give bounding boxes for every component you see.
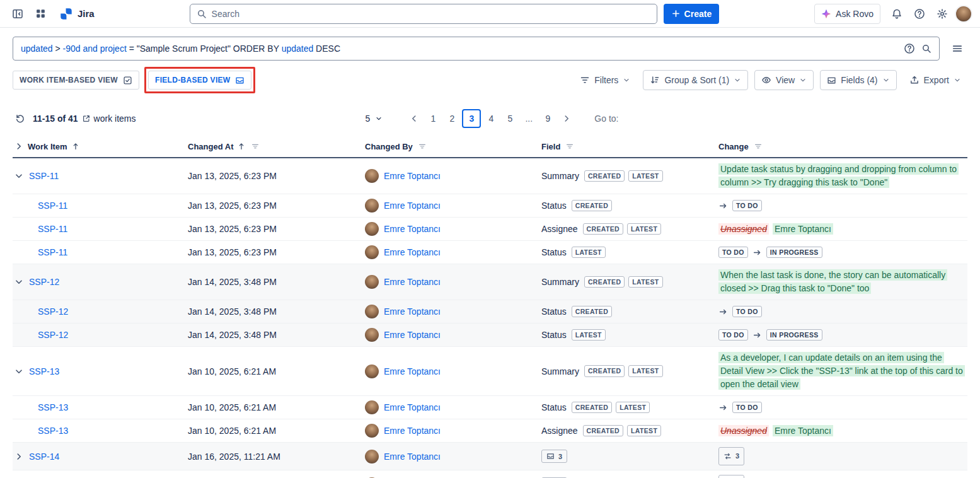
ask-rovo-button[interactable]: Ask Rovo (814, 4, 880, 24)
column-header-field[interactable]: Field (541, 141, 718, 151)
page-1-button[interactable]: 1 (424, 109, 442, 128)
profile-button[interactable] (955, 5, 972, 23)
expand-row-icon[interactable] (14, 452, 24, 462)
sidebar-toggle-button[interactable] (8, 4, 28, 24)
changed-by-link[interactable]: Emre Toptancı (384, 366, 441, 376)
column-header-change[interactable]: Change (718, 141, 967, 151)
sort-asc-icon[interactable] (237, 142, 246, 151)
changed-by-link[interactable]: Emre Toptancı (384, 224, 441, 234)
work-item-link[interactable]: SSP-11 (38, 224, 67, 234)
history-table: Work Item Changed At Changed By Field Ch… (13, 139, 967, 478)
work-item-link[interactable]: SSP-14 (29, 452, 59, 462)
work-item-link[interactable]: SSP-13 (38, 426, 68, 436)
column-header-work-item[interactable]: Work Item (13, 141, 188, 151)
changed-at-cell: Jan 13, 2025, 6:23 PM (188, 201, 365, 211)
export-button[interactable]: Export (903, 70, 967, 90)
created-badge: CREATED (584, 365, 625, 376)
page-3-button[interactable]: 3 (462, 109, 481, 128)
search-input[interactable] (212, 9, 650, 19)
external-link-icon[interactable] (82, 114, 91, 123)
column-header-changed-by[interactable]: Changed By (365, 141, 541, 151)
work-item-link[interactable]: SSP-12 (38, 330, 68, 340)
fields-button[interactable]: Fields (4) (820, 70, 896, 90)
collapse-row-icon[interactable] (14, 277, 24, 287)
jql-search-icon[interactable] (921, 44, 931, 54)
work-item-link[interactable]: SSP-12 (29, 277, 59, 287)
work-item-link[interactable]: SSP-11 (38, 247, 67, 257)
collapse-row-icon[interactable] (14, 171, 24, 181)
field-name: Status (541, 306, 567, 317)
next-page-button[interactable] (558, 109, 575, 128)
brand[interactable]: Jira (59, 7, 95, 21)
collapse-row-icon[interactable] (14, 366, 24, 376)
table-row: SSP-12Jan 14, 2025, 3:48 PMEmre Toptancı… (13, 300, 967, 324)
work-item-link[interactable]: SSP-13 (38, 402, 68, 412)
changed-by-link[interactable]: Emre Toptancı (384, 247, 441, 257)
field-based-view-button[interactable]: FIELD-BASED VIEW (148, 71, 251, 90)
field-cell: StatusCREATEDLATEST (541, 402, 718, 413)
work-item-link[interactable]: SSP-12 (38, 306, 68, 317)
annotation-highlight-box: FIELD-BASED VIEW (144, 67, 255, 93)
column-header-changed-at[interactable]: Changed At (188, 141, 365, 151)
changed-by-link[interactable]: Emre Toptancı (384, 277, 441, 287)
field-cell: StatusLATEST (541, 329, 718, 341)
table-row: SSP-11Jan 13, 2025, 6:23 PMEmre Toptancı… (13, 241, 967, 264)
column-filter-icon[interactable] (754, 142, 763, 151)
changed-by-link[interactable]: Emre Toptancı (384, 306, 441, 317)
search-icon (197, 9, 207, 19)
page-5-button[interactable]: 5 (501, 109, 519, 128)
app-switcher-button[interactable] (30, 4, 50, 24)
changed-at-cell: Jan 14, 2025, 3:48 PM (188, 330, 365, 340)
jql-menu-button[interactable] (947, 38, 967, 59)
expand-all-icon[interactable] (14, 141, 24, 151)
changed-by-link[interactable]: Emre Toptancı (384, 426, 441, 436)
sidebar-toggle-icon (12, 8, 23, 20)
sort-asc-icon[interactable] (71, 142, 80, 151)
latest-badge: LATEST (628, 170, 662, 182)
field-cell: SummaryCREATEDLATEST (541, 170, 718, 182)
jql-input[interactable]: updated > -90d and project = "Sample Scr… (13, 37, 940, 61)
page-4-button[interactable]: 4 (482, 109, 500, 128)
avatar (365, 245, 379, 259)
column-filter-icon[interactable] (418, 142, 427, 151)
changed-by-link[interactable]: Emre Toptancı (384, 171, 441, 181)
work-item-link[interactable]: SSP-13 (29, 366, 59, 376)
changed-by-link[interactable]: Emre Toptancı (384, 330, 441, 340)
latest-badge: LATEST (628, 365, 662, 376)
export-icon (909, 75, 919, 85)
page-size-select[interactable]: 5 (362, 111, 387, 126)
work-item-link[interactable]: SSP-11 (29, 171, 59, 181)
refresh-button[interactable] (13, 111, 28, 126)
changed-by-link[interactable]: Emre Toptancı (384, 452, 441, 462)
jql-token: project (100, 44, 127, 54)
change-cell: Update task status by dragging and dropp… (718, 163, 967, 189)
notifications-button[interactable] (887, 4, 907, 24)
view-label: View (776, 75, 795, 85)
removed-value: Unassigned (718, 223, 769, 235)
changed-by-link[interactable]: Emre Toptancı (384, 201, 441, 211)
prev-page-button[interactable] (405, 109, 423, 128)
group-sort-button[interactable]: Group & Sort (1) (643, 70, 748, 90)
column-filter-icon[interactable] (251, 142, 260, 151)
page-2-button[interactable]: 2 (443, 109, 461, 128)
change-cell: TO DOIN PROGRESS (718, 329, 967, 341)
field-cell: SummaryCREATEDLATEST (541, 276, 718, 288)
fields-count-chip: 3 (541, 450, 567, 463)
view-button[interactable]: View (754, 70, 814, 90)
status-chip-to: TO DO (732, 402, 762, 413)
jql-help-icon[interactable] (904, 43, 915, 54)
work-item-link[interactable]: SSP-11 (38, 201, 67, 211)
global-search[interactable] (190, 4, 657, 24)
added-text: As a developer, I can update details on … (718, 352, 965, 390)
page-9-button[interactable]: 9 (539, 109, 556, 128)
help-button[interactable] (909, 4, 930, 24)
column-filter-icon[interactable] (565, 142, 574, 151)
create-button[interactable]: Create (664, 4, 720, 24)
settings-button[interactable] (932, 4, 952, 24)
swap-icon (723, 452, 732, 460)
goto-label: Go to: (594, 114, 618, 124)
changed-by-link[interactable]: Emre Toptancı (384, 402, 441, 412)
work-item-based-view-button[interactable]: WORK ITEM-BASED VIEW (13, 71, 139, 90)
group-sort-label: Group & Sort (1) (664, 75, 729, 85)
filters-button[interactable]: Filters (574, 70, 637, 90)
